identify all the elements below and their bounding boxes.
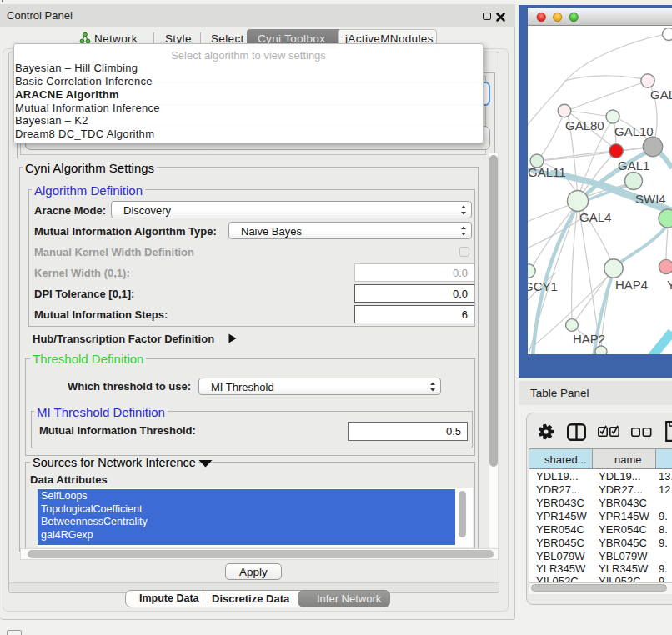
svg-text:HAP4: HAP4 xyxy=(615,278,648,292)
svg-text:GAL11: GAL11 xyxy=(528,165,566,179)
svg-text:GAL1: GAL1 xyxy=(618,158,649,172)
svg-text:GAL80: GAL80 xyxy=(565,118,604,132)
svg-text:GAL10: GAL10 xyxy=(614,124,654,138)
svg-text:HAP2: HAP2 xyxy=(573,332,605,346)
svg-text:SWI4: SWI4 xyxy=(635,192,666,206)
svg-text:GAL4: GAL4 xyxy=(579,210,611,224)
svg-text:GAL2: GAL2 xyxy=(650,88,672,102)
svg-text:YJ: YJ xyxy=(667,278,672,292)
svg-text:GCY1: GCY1 xyxy=(528,279,558,293)
